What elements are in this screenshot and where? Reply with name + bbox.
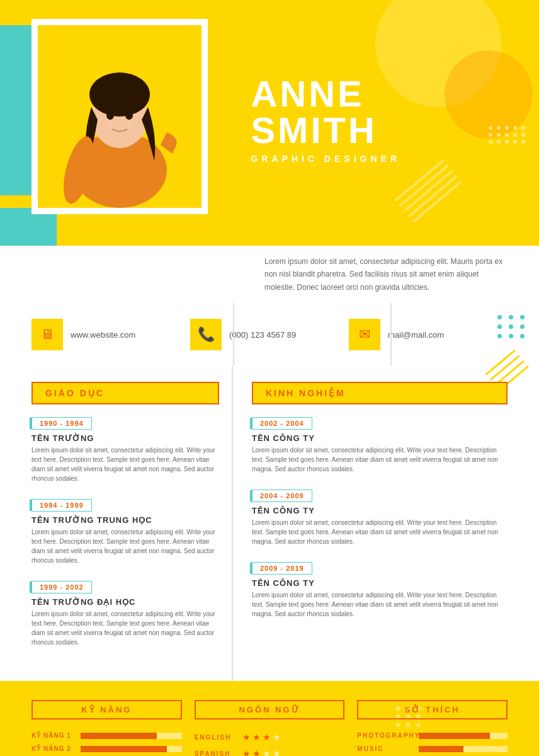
experience-desc: Lorem ipsum dolor sit amet, consectetur …	[252, 590, 508, 619]
experience-name: TÊN CÔNG TY	[252, 506, 508, 515]
skills-list: KỸ NĂNG 1 KỸ NĂNG 2 KỸ NĂNG 3 KỸ NĂNG 4 …	[31, 732, 182, 756]
education-item: 1999 - 2002 TÊN TRƯỜNG ĐẠI HỌC Lorem ips…	[31, 581, 219, 647]
contact-divider-1	[233, 303, 234, 366]
education-desc: Lorem ipsum dolor sit amet, consectetur …	[31, 609, 219, 647]
experience-desc: Lorem ipsum dolor sit amet, consectetur …	[252, 518, 508, 546]
skill-bar-fill	[81, 733, 157, 739]
person-illustration	[38, 25, 201, 208]
skill-bar-bg	[81, 733, 182, 739]
phone-icon-box: 📞	[190, 319, 222, 350]
experience-list: 2002 - 2004 TÊN CÔNG TY Lorem ipsum dolo…	[252, 417, 508, 619]
language-stars: ★★★★	[242, 748, 281, 756]
hobbies-column: SỞ THÍCH PHOTOGRAPHY MUSIC TRAVEL DRAW R…	[357, 700, 508, 756]
skill-label: KỸ NĂNG 2	[31, 745, 76, 752]
education-item: 1990 - 1994 TÊN TRƯỜNG Lorem ipsum dolor…	[31, 417, 219, 483]
experience-name: TÊN CÔNG TY	[252, 578, 508, 588]
email-icon-box: ✉	[349, 319, 380, 350]
first-name: ANNE	[251, 76, 400, 112]
education-title: GIÁO DỤC	[31, 382, 219, 404]
experience-period: 2002 - 2004	[252, 417, 312, 430]
contact-divider-2	[390, 303, 392, 366]
bottom-section: KỸ NĂNG KỸ NĂNG 1 KỸ NĂNG 2 KỸ NĂNG 3 KỸ…	[0, 681, 539, 756]
hobbies-title: SỞ THÍCH	[357, 700, 508, 719]
last-name: SMITH	[251, 112, 400, 149]
hobby-label: PHOTOGRAPHY	[357, 732, 414, 739]
contact-email: ✉ mail@mail.com	[349, 319, 508, 350]
phone-icon: 📞	[198, 326, 215, 343]
experience-name: TÊN CÔNG TY	[252, 433, 508, 443]
star-filled: ★	[252, 748, 261, 756]
header-section: ANNE SMITH GRAPHIC DESIGNER Lorem ipsum …	[0, 0, 539, 303]
star-empty: ★	[263, 748, 271, 756]
languages-list: ENGLISH ★★★★ SPANISH ★★★★ FRENCH ★★★★ GE…	[195, 732, 345, 756]
experience-item: 2002 - 2004 TÊN CÔNG TY Lorem ipsum dolo…	[252, 417, 508, 474]
skill-bar-bg	[81, 746, 182, 752]
svg-point-8	[125, 111, 133, 120]
deco-stripes-header	[392, 156, 472, 235]
hobby-bar-fill	[419, 746, 463, 752]
star-filled: ★	[242, 732, 251, 742]
contact-phone: 📞 (000) 123 4567 89	[190, 319, 349, 350]
star-filled: ★	[263, 732, 271, 742]
education-item: 1994 - 1999 TÊN TRƯỜNG TRUNG HỌC Lorem i…	[31, 499, 219, 565]
experience-period: 2009 - 2019	[252, 562, 312, 575]
hobbies-list: PHOTOGRAPHY MUSIC TRAVEL DRAW READ	[357, 732, 508, 756]
skill-item: KỸ NĂNG 2	[31, 745, 182, 752]
experience-column: KINH NGHIỆM 2002 - 2004 TÊN CÔNG TY Lore…	[233, 366, 508, 681]
contact-strip: 🖥 www.website.com 📞 (000) 123 4567 89 ✉ …	[0, 303, 539, 366]
main-content: GIÁO DỤC 1990 - 1994 TÊN TRƯỜNG Lorem ip…	[0, 366, 539, 681]
education-section-header: GIÁO DỤC	[31, 382, 219, 404]
skill-label: KỸ NĂNG 1	[31, 732, 76, 739]
experience-item: 2004 - 2009 TÊN CÔNG TY Lorem ipsum dolo…	[252, 490, 508, 546]
photo-frame	[31, 19, 208, 214]
experience-section-header: KINH NGHIỆM	[252, 382, 508, 404]
photo-inner	[38, 25, 201, 208]
website-icon-box: 🖥	[31, 319, 63, 350]
star-filled: ★	[242, 748, 251, 756]
education-desc: Lorem ipsum dolor sit amet, consectetur …	[31, 527, 219, 565]
skill-item: KỸ NĂNG 1	[31, 732, 182, 739]
languages-title: NGÔN NGỮ	[195, 700, 345, 719]
star-empty: ★	[273, 748, 281, 756]
experience-title: KINH NGHIỆM	[252, 382, 508, 404]
language-stars: ★★★★	[242, 732, 281, 742]
job-title: GRAPHIC DESIGNER	[251, 154, 400, 164]
education-desc: Lorem ipsum dolor sit amet, consectetur …	[31, 445, 219, 483]
deco-dots-right-side	[497, 315, 526, 338]
header-background: ANNE SMITH GRAPHIC DESIGNER	[0, 0, 539, 246]
hobby-bar-bg	[419, 733, 508, 739]
email-address: mail@mail.com	[388, 330, 444, 340]
deco-circle-medium	[445, 50, 533, 139]
hobby-bar-bg	[419, 746, 508, 752]
hobby-item: MUSIC	[357, 745, 508, 752]
name-area: ANNE SMITH GRAPHIC DESIGNER	[251, 76, 400, 164]
language-label: SPANISH	[195, 750, 239, 756]
language-label: ENGLISH	[195, 734, 239, 741]
bio-text: Lorem ipsum dolor sit amet, consectetur …	[0, 246, 539, 303]
monitor-icon: 🖥	[40, 326, 54, 343]
svg-point-4	[89, 72, 150, 117]
deco-dots-right	[489, 126, 526, 144]
hobby-bar-fill	[419, 733, 490, 739]
education-period: 1999 - 2002	[31, 581, 92, 593]
education-name: TÊN TRƯỜNG	[31, 433, 219, 443]
language-item: SPANISH ★★★★	[195, 748, 345, 756]
phone-number: (000) 123 4567 89	[229, 330, 296, 340]
star-empty: ★	[273, 732, 281, 742]
bio-content: Lorem ipsum dolor sit amet, consectetur …	[264, 257, 502, 292]
education-period: 1994 - 1999	[31, 499, 92, 512]
experience-desc: Lorem ipsum dolor sit amet, consectetur …	[252, 445, 508, 474]
education-column: GIÁO DỤC 1990 - 1994 TÊN TRƯỜNG Lorem ip…	[31, 366, 233, 681]
skills-column: KỸ NĂNG KỸ NĂNG 1 KỸ NĂNG 2 KỸ NĂNG 3 KỸ…	[31, 700, 182, 756]
skill-bar-fill	[81, 746, 167, 752]
svg-point-6	[121, 123, 144, 141]
skills-title: KỸ NĂNG	[31, 700, 182, 719]
website-url: www.website.com	[71, 330, 135, 340]
star-filled: ★	[252, 732, 261, 742]
education-name: TÊN TRƯỜNG TRUNG HỌC	[31, 515, 219, 525]
hobby-label: MUSIC	[357, 745, 414, 752]
svg-point-7	[106, 111, 114, 120]
contact-website: 🖥 www.website.com	[31, 319, 190, 350]
languages-column: NGÔN NGỮ ENGLISH ★★★★ SPANISH ★★★★ FRENC…	[195, 700, 345, 756]
experience-item: 2009 - 2019 TÊN CÔNG TY Lorem ipsum dolo…	[252, 562, 508, 619]
